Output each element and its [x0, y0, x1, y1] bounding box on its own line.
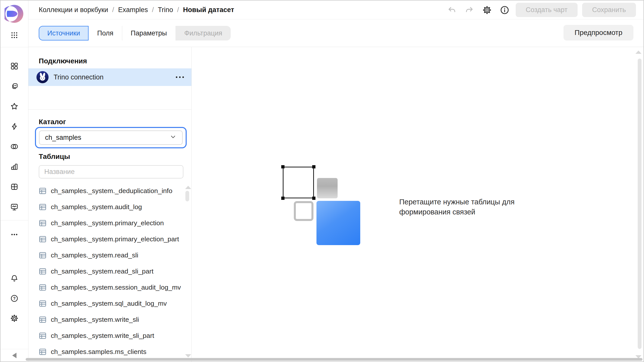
collapse-panel-icon[interactable]	[12, 353, 17, 358]
panel-divider	[28, 109, 191, 110]
catalog-select[interactable]: ch_samples	[39, 130, 183, 145]
horizontal-scrollbar-thumb[interactable]	[26, 358, 642, 361]
canvas-scrollbar-thumb[interactable]	[638, 59, 641, 349]
app-window: ? Коллекции и воркбуки / Examples	[0, 0, 644, 362]
connection-name: Trino connection	[54, 73, 104, 81]
catalog-label: Каталог	[39, 118, 66, 126]
settings-gear-icon[interactable]	[10, 314, 19, 323]
breadcrumb-separator: /	[112, 6, 114, 14]
datalens-logo[interactable]	[5, 4, 24, 24]
tab-filtering: Фильтрация	[176, 26, 231, 40]
breadcrumb: Коллекции и воркбуки / Examples / Trino …	[39, 1, 234, 19]
tables-grid-icon[interactable]	[10, 182, 19, 191]
datasets-circles-icon[interactable]	[10, 142, 19, 151]
rail-footer	[1, 349, 28, 361]
table-row[interactable]: ch_samples._system.read_sli	[28, 247, 191, 263]
panel-scroll-up-icon[interactable]	[185, 186, 191, 189]
tables-list: ch_samples._system._deduplication_info c…	[28, 183, 191, 358]
table-icon	[39, 284, 47, 291]
canvas-scroll-up-icon[interactable]	[635, 51, 641, 54]
collections-icon[interactable]	[10, 62, 19, 71]
table-row[interactable]: ch_samples._system.read_sli_part	[28, 263, 191, 279]
table-row[interactable]: ch_samples._system.session_audit_log_mv	[28, 279, 191, 295]
relations-canvas[interactable]: Перетащите нужные таблицы для формирован…	[192, 47, 643, 361]
catalog-select-value: ch_samples	[45, 134, 170, 142]
connection-menu-button[interactable]	[175, 74, 185, 80]
nav-rail: ?	[1, 1, 28, 361]
undo-icon[interactable]	[445, 4, 458, 17]
table-icon	[39, 267, 47, 275]
table-icon	[39, 332, 47, 340]
dashboards-monitor-icon[interactable]	[10, 202, 19, 211]
tables-label: Таблицы	[39, 153, 70, 161]
dataset-tabs: Источники Поля Параметры Фильтрация	[39, 26, 231, 40]
save-button[interactable]: Сохранить	[582, 3, 636, 17]
gray-square-illustration	[317, 178, 338, 198]
table-row[interactable]: ch_samples._system.primary_election	[28, 215, 191, 231]
tab-parameters[interactable]: Параметры	[122, 26, 176, 40]
rail-divider	[1, 220, 28, 220]
info-icon[interactable]	[498, 4, 511, 17]
breadcrumb-current-dataset: Новый датасет	[183, 6, 234, 14]
connection-row-trino[interactable]: Trino connection	[28, 68, 191, 86]
sources-panel: Подключения	[28, 47, 192, 361]
dataset-settings-gear-icon[interactable]	[480, 4, 494, 17]
table-row[interactable]: ch_samples._system.write_sli	[28, 311, 191, 328]
panel-scrollbar-thumb[interactable]	[185, 191, 189, 201]
table-icon	[39, 316, 47, 324]
breadcrumb-trino[interactable]: Trino	[158, 6, 173, 14]
table-search-input[interactable]	[39, 165, 183, 178]
favorites-star-icon[interactable]	[10, 102, 19, 111]
table-icon	[39, 300, 47, 307]
tab-fields[interactable]: Поля	[89, 26, 122, 40]
outline-square-illustration	[294, 201, 313, 221]
tab-sources[interactable]: Источники	[39, 26, 89, 40]
rail-divider	[1, 47, 28, 47]
table-icon	[39, 348, 47, 356]
table-icon	[39, 219, 47, 227]
breadcrumb-collections[interactable]: Коллекции и воркбуки	[39, 6, 108, 14]
apps-grid-icon[interactable]	[10, 31, 19, 40]
workbooks-icon[interactable]	[10, 82, 19, 91]
help-icon[interactable]: ?	[10, 294, 19, 303]
panel-scroll-down-icon[interactable]	[185, 354, 191, 357]
more-ellipsis-icon[interactable]	[10, 230, 19, 239]
table-row[interactable]: ch_samples._system.primary_election_part	[28, 231, 191, 247]
catalog-select-focus-ring: ch_samples	[35, 127, 187, 148]
table-row[interactable]: ch_samples._system._deduplication_info	[28, 183, 191, 199]
table-icon	[39, 251, 47, 259]
redo-icon[interactable]	[463, 4, 476, 17]
table-icon	[39, 235, 47, 243]
preview-button[interactable]: Предпросмотр	[564, 25, 633, 40]
charts-bar-icon[interactable]	[10, 162, 19, 171]
trino-logo-icon	[36, 71, 49, 83]
tabs-row: Источники Поля Параметры Фильтрация Пред…	[28, 19, 643, 47]
table-row[interactable]: ch_samples._system.sql_audit_log_mv	[28, 295, 191, 311]
table-row[interactable]: ch_samples.samples.ms_clients	[28, 344, 191, 358]
quick-actions-lightning-icon[interactable]	[10, 122, 19, 131]
table-icon	[39, 203, 47, 211]
notifications-bell-icon[interactable]	[10, 274, 19, 283]
selection-marquee-illustration	[283, 167, 314, 198]
table-row[interactable]: ch_samples._system.audit_log	[28, 199, 191, 215]
breadcrumb-separator: /	[177, 6, 179, 14]
connections-title: Подключения	[39, 57, 87, 65]
table-icon	[39, 187, 47, 195]
breadcrumb-examples[interactable]: Examples	[118, 6, 148, 14]
create-chart-button[interactable]: Создать чарт	[516, 3, 578, 17]
breadcrumb-separator: /	[152, 6, 154, 14]
header: Коллекции и воркбуки / Examples / Trino …	[28, 1, 643, 19]
table-row[interactable]: ch_samples._system.write_sli_part	[28, 328, 191, 344]
svg-text:?: ?	[13, 296, 16, 301]
header-actions: Создать чарт Сохранить	[445, 1, 636, 19]
blue-square-illustration	[316, 201, 360, 245]
drag-tables-hint: Перетащите нужные таблицы для формирован…	[399, 197, 558, 217]
chevron-down-icon	[170, 133, 177, 142]
